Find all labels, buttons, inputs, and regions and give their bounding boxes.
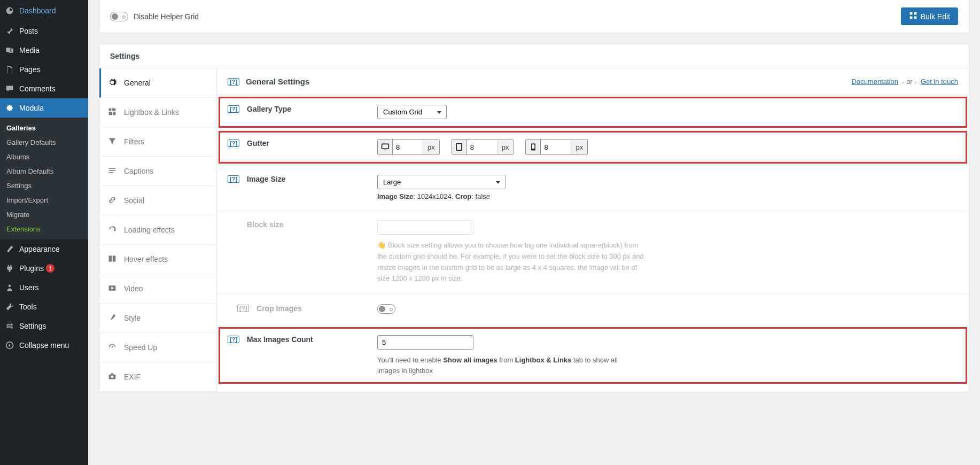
- tab-general-label: General: [124, 79, 151, 87]
- gutter-tablet-input[interactable]: [467, 141, 497, 154]
- crop-val: : false: [471, 192, 490, 200]
- help-icon[interactable]: [?]: [228, 105, 239, 113]
- helper-panel: Disable Helper Grid Bulk Edit: [99, 0, 969, 33]
- menu-settings[interactable]: Settings: [0, 316, 88, 336]
- tab-speedup[interactable]: Speed Up: [99, 333, 216, 362]
- menu-pages[interactable]: Pages: [0, 60, 88, 79]
- sub-album-defaults[interactable]: Album Defaults: [0, 164, 88, 179]
- tab-hover-label: Hover effects: [124, 255, 168, 264]
- menu-appearance[interactable]: Appearance: [0, 239, 88, 259]
- refresh-icon: [108, 225, 118, 235]
- tab-filters[interactable]: Filters: [99, 127, 216, 157]
- svg-rect-15: [109, 172, 113, 173]
- brush-icon: [108, 313, 118, 323]
- tab-video[interactable]: Video: [99, 274, 216, 304]
- disable-helper-toggle[interactable]: [110, 12, 128, 21]
- tab-social[interactable]: Social: [99, 186, 216, 215]
- svg-point-0: [9, 284, 11, 287]
- doc-link[interactable]: Documentation: [852, 78, 898, 86]
- help-icon[interactable]: [?]: [228, 78, 239, 86]
- menu-posts-label: Posts: [19, 27, 38, 35]
- tab-loading[interactable]: Loading effects: [99, 215, 216, 245]
- svg-rect-22: [382, 144, 388, 149]
- gutter-mobile-input[interactable]: [541, 141, 571, 154]
- sub-migrate[interactable]: Migrate: [0, 207, 88, 222]
- menu-tools-label: Tools: [19, 303, 37, 311]
- link-icon: [108, 196, 118, 205]
- help-icon[interactable]: [?]: [228, 140, 239, 147]
- tab-captions[interactable]: Captions: [99, 157, 216, 186]
- settings-panel: Settings General Lightbox & Links Filter…: [99, 44, 969, 392]
- row-max-images: [?]Max Images Count You'll need to enabl…: [217, 326, 969, 385]
- svg-point-3: [11, 327, 12, 329]
- menu-modula[interactable]: Modula: [0, 98, 88, 118]
- desc-b2: Lightbox & Links: [515, 356, 571, 364]
- bulk-edit-button[interactable]: Bulk Edit: [901, 7, 958, 25]
- block-size-input[interactable]: [377, 220, 473, 235]
- grid-icon: [909, 11, 917, 21]
- tab-lightbox-label: Lightbox & Links: [124, 108, 179, 117]
- sub-settings[interactable]: Settings: [0, 179, 88, 193]
- bulk-edit-label: Bulk Edit: [921, 12, 950, 21]
- gutter-desktop: px: [377, 139, 440, 155]
- row-crop-images: [?]Crop Images: [217, 294, 969, 326]
- tab-filters-label: Filters: [124, 137, 144, 146]
- sub-albums[interactable]: Albums: [0, 150, 88, 164]
- help-icon[interactable]: [?]: [237, 305, 249, 312]
- menu-comments-label: Comments: [19, 84, 56, 93]
- tab-general[interactable]: General: [99, 68, 216, 98]
- menu-posts[interactable]: Posts: [0, 21, 88, 41]
- svg-rect-9: [109, 108, 112, 111]
- wave-emoji: 👋: [377, 241, 386, 249]
- help-icon[interactable]: [?]: [228, 336, 239, 343]
- gutter-desktop-input[interactable]: [393, 141, 423, 154]
- block-size-hint: Block size setting allows you to choose …: [377, 241, 644, 282]
- svg-rect-23: [384, 149, 386, 150]
- menu-collapse[interactable]: Collapse menu: [0, 336, 88, 355]
- sub-galleries[interactable]: Galleries: [0, 121, 88, 135]
- touch-link[interactable]: Get in touch: [921, 78, 958, 86]
- gauge-icon: [108, 343, 118, 352]
- plugins-badge: 1: [46, 264, 55, 273]
- menu-comments[interactable]: Comments: [0, 79, 88, 98]
- menu-media[interactable]: Media: [0, 41, 88, 60]
- menu-dashboard-label: Dashboard: [19, 6, 56, 15]
- row-gallery-type: [?]Gallery Type Custom Grid: [217, 95, 969, 129]
- menu-settings-label: Settings: [19, 322, 46, 330]
- grid-icon: [108, 107, 118, 117]
- svg-rect-7: [909, 17, 912, 19]
- tab-style[interactable]: Style: [99, 304, 216, 333]
- crop-images-toggle[interactable]: [377, 304, 395, 314]
- dashboard-icon: [4, 5, 15, 16]
- settings-tabs: General Lightbox & Links Filters Caption…: [99, 68, 217, 392]
- sub-gallery-defaults[interactable]: Gallery Defaults: [0, 135, 88, 150]
- unit-label: px: [497, 141, 514, 154]
- menu-tools[interactable]: Tools: [0, 297, 88, 316]
- image-size-select[interactable]: Large: [377, 175, 505, 189]
- tab-exif-label: EXIF: [124, 373, 141, 381]
- funnel-icon: [108, 137, 118, 146]
- gallery-type-select[interactable]: Custom Grid: [377, 105, 447, 119]
- tab-lightbox[interactable]: Lightbox & Links: [99, 98, 216, 127]
- menu-plugins-label: Plugins: [19, 264, 44, 273]
- hint-val: : 1024x1024.: [413, 192, 455, 200]
- svg-rect-14: [109, 170, 116, 171]
- max-images-input[interactable]: [377, 335, 473, 350]
- tab-hover[interactable]: Hover effects: [99, 245, 216, 274]
- help-icon[interactable]: [?]: [228, 175, 239, 183]
- tab-speedup-label: Speed Up: [124, 343, 157, 352]
- modula-submenu: Galleries Gallery Defaults Albums Album …: [0, 118, 88, 239]
- svg-rect-6: [914, 12, 916, 15]
- menu-dashboard[interactable]: Dashboard: [0, 0, 88, 21]
- svg-point-1: [11, 323, 12, 325]
- menu-users[interactable]: Users: [0, 278, 88, 297]
- sub-extensions[interactable]: Extensions: [0, 222, 88, 236]
- sub-import-export[interactable]: Import/Export: [0, 193, 88, 207]
- svg-rect-12: [113, 112, 116, 115]
- crop-images-label: Crop Images: [256, 304, 302, 313]
- svg-rect-17: [113, 255, 116, 261]
- pin-icon: [4, 26, 15, 36]
- tab-exif[interactable]: EXIF: [99, 362, 216, 392]
- desktop-icon: [378, 140, 393, 154]
- menu-plugins[interactable]: Plugins 1: [0, 259, 88, 278]
